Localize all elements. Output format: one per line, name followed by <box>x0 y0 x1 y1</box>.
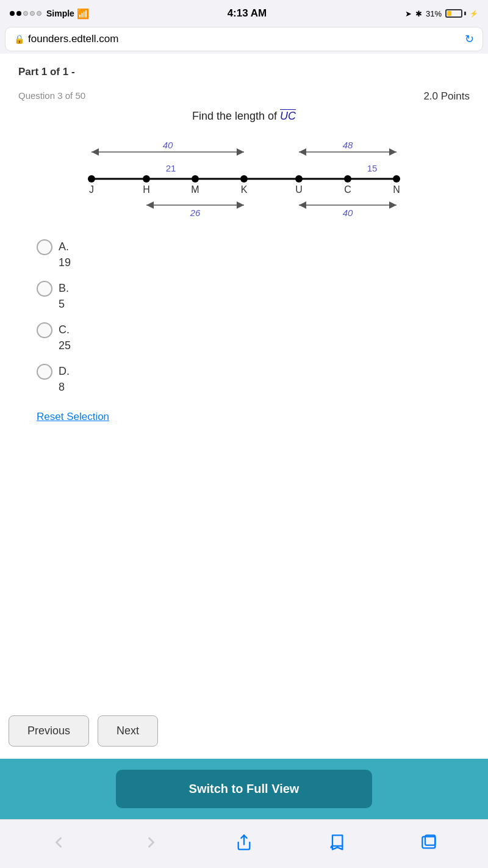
choice-a-block: A. 19 <box>37 239 470 269</box>
choice-b-block: B. 5 <box>37 280 470 311</box>
location-icon: ➤ <box>405 9 412 18</box>
switch-fullview-button[interactable]: Switch to Full View <box>116 770 372 808</box>
battery-icon <box>445 9 466 18</box>
svg-text:K: K <box>241 184 248 195</box>
dot4 <box>30 11 35 16</box>
svg-text:M: M <box>191 184 199 195</box>
svg-text:H: H <box>143 184 150 195</box>
wifi-icon: 📶 <box>77 8 89 20</box>
radio-d[interactable] <box>37 364 52 380</box>
reload-icon[interactable]: ↻ <box>465 32 474 46</box>
number-line-diagram: J H M K U C N 40 48 21 15 26 <box>73 135 415 220</box>
clock: 4:13 AM <box>228 7 267 20</box>
back-icon[interactable] <box>46 830 71 855</box>
svg-text:N: N <box>393 184 400 195</box>
svg-marker-20 <box>299 148 306 156</box>
choice-c-block: C. 25 <box>37 322 470 352</box>
choice-b-label: B. <box>59 282 69 295</box>
previous-button[interactable]: Previous <box>9 715 89 747</box>
svg-text:21: 21 <box>166 163 176 173</box>
svg-point-4 <box>240 175 248 183</box>
question-number: Question 3 of 50 <box>18 90 85 101</box>
diagram-svg: J H M K U C N 40 48 21 15 26 <box>73 135 415 220</box>
lock-icon: 🔒 <box>14 34 24 44</box>
dot5 <box>37 11 41 16</box>
svg-point-5 <box>295 175 303 183</box>
svg-point-6 <box>344 175 351 183</box>
dot1 <box>10 11 15 16</box>
choice-c-value: 25 <box>59 339 470 352</box>
points: 2.0 Points <box>423 90 470 103</box>
reset-selection-link[interactable]: Reset Selection <box>37 411 109 423</box>
radio-c[interactable] <box>37 322 52 338</box>
fullview-bar: Switch to Full View <box>0 759 488 819</box>
svg-marker-26 <box>146 201 154 209</box>
choice-b-value: 5 <box>59 298 470 311</box>
dot3 <box>23 11 28 16</box>
signal-dots <box>10 11 41 16</box>
choice-a-row[interactable]: A. <box>37 239 470 255</box>
choice-b-row[interactable]: B. <box>37 280 470 297</box>
svg-text:40: 40 <box>343 208 353 218</box>
svg-marker-27 <box>237 201 244 209</box>
svg-rect-34 <box>422 836 435 848</box>
battery-percent: 31% <box>426 9 442 18</box>
question-header: Question 3 of 50 2.0 Points <box>18 90 470 103</box>
svg-marker-21 <box>389 148 396 156</box>
choice-c-label: C. <box>59 324 70 336</box>
svg-point-3 <box>192 175 199 183</box>
battery-area: ➤ ✱ 31% ⚡ <box>405 9 478 18</box>
url-bar[interactable]: 🔒 founders.edtell.com ↻ <box>5 27 483 51</box>
part-label: Part 1 of 1 - <box>18 66 470 78</box>
bluetooth-icon: ✱ <box>415 9 422 18</box>
choice-a-value: 19 <box>59 256 470 269</box>
bookmarks-icon[interactable] <box>325 830 349 855</box>
svg-text:26: 26 <box>190 208 201 218</box>
svg-text:C: C <box>344 184 351 195</box>
svg-marker-30 <box>299 201 306 209</box>
svg-marker-31 <box>389 201 396 209</box>
choice-c-row[interactable]: C. <box>37 322 470 338</box>
variable: UC <box>280 110 296 122</box>
answer-choices: A. 19 B. 5 C. 25 <box>37 239 470 423</box>
radio-a[interactable] <box>37 239 52 255</box>
choice-d-block: D. 8 <box>37 363 470 394</box>
radio-b[interactable] <box>37 281 52 297</box>
svg-point-2 <box>143 175 150 183</box>
status-bar: Simple 📶 4:13 AM ➤ ✱ 31% ⚡ <box>0 0 488 27</box>
carrier-name: Simple <box>46 9 74 18</box>
safari-toolbar <box>0 819 488 868</box>
svg-point-1 <box>88 175 95 183</box>
svg-text:U: U <box>295 184 303 195</box>
dot2 <box>16 11 21 16</box>
choice-d-label: D. <box>59 365 70 378</box>
question-text: Find the length of UC <box>18 110 470 123</box>
url-text: founders.edtell.com <box>28 33 118 45</box>
choice-d-row[interactable]: D. <box>37 363 470 380</box>
svg-text:40: 40 <box>163 140 173 150</box>
tabs-icon[interactable] <box>417 830 442 855</box>
svg-text:15: 15 <box>367 163 378 173</box>
charging-icon: ⚡ <box>470 10 478 18</box>
svg-marker-17 <box>237 148 244 156</box>
carrier-info: Simple 📶 <box>10 8 89 20</box>
svg-text:48: 48 <box>343 140 353 150</box>
svg-point-7 <box>393 175 400 183</box>
choice-d-value: 8 <box>59 381 470 394</box>
main-content: Part 1 of 1 - Question 3 of 50 2.0 Point… <box>0 54 488 697</box>
forward-icon[interactable] <box>139 830 163 855</box>
share-icon[interactable] <box>232 830 256 855</box>
svg-text:J: J <box>89 184 94 195</box>
choice-a-label: A. <box>59 241 69 253</box>
svg-marker-16 <box>92 148 99 156</box>
nav-buttons: Previous Next <box>0 697 488 759</box>
next-button[interactable]: Next <box>98 715 158 747</box>
